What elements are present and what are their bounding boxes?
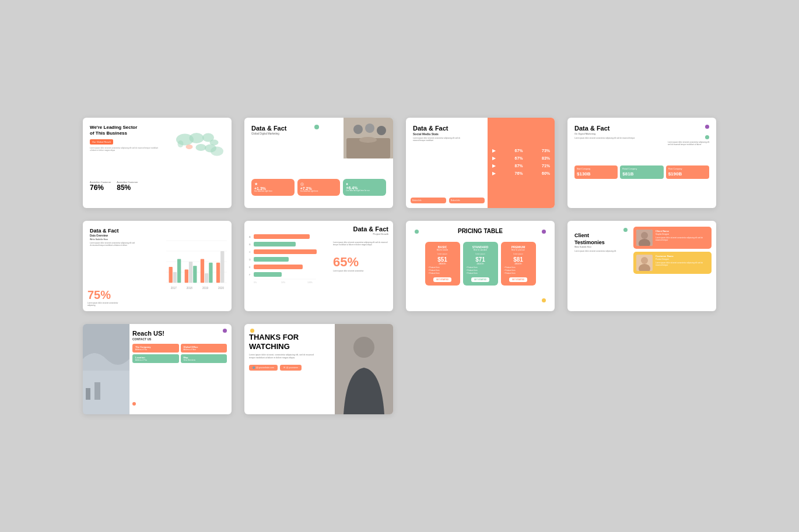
slide-4-price-cards: Start Company $130B Retail Company $81B … (574, 165, 709, 179)
stat-row-3: ▶ 87% 71% (492, 163, 550, 168)
social-handle: ✉ @ yourname (280, 365, 302, 371)
slide-4-title: Data & Fact (574, 125, 709, 132)
svg-rect-20 (169, 267, 173, 283)
slide-10-title: THANKS FORWATCHING (249, 333, 319, 351)
slide-client-testimonies: ClientTestimonies Write Subtitle Here Lo… (567, 221, 716, 311)
slide-6-title: Data & Fact (353, 226, 388, 232)
slides-grid: We're Leading Sector of This Business Ou… (59, 83, 740, 449)
plan-basic-btn[interactable]: GET STARTED (433, 277, 451, 282)
hbar-chart-svg: A B C D E F 0% 50% 100% (249, 230, 319, 311)
price-card-2: Retail Company $81B (620, 165, 663, 179)
slide-3-right-panel: ▶ 67% 73% ▶ 67% 83% ▶ 87% 71% ▶ 76% 60% (488, 118, 555, 208)
slide-5-percent: 75% (87, 288, 122, 302)
slide-8-text: Lorem ipsum dolor sit amet consectetur a… (574, 250, 621, 252)
bar-chart-svg: 2017 2018 2019 2020 0.75% 0.50% (166, 227, 227, 297)
slide-6-subtitle: Project Growth (353, 232, 388, 235)
slide-2-cards: ★ +1.3% Our data fact right here ◎ +7.2%… (251, 179, 386, 196)
slide-4-subtitle: On Digital Marketing (574, 132, 709, 135)
slide-10-photo (335, 324, 393, 414)
slide-6-percent: 65% (333, 255, 388, 270)
slide-2-photo (344, 118, 393, 158)
stat-1: Australian Customer 76% (90, 181, 111, 192)
svg-point-14 (359, 137, 377, 143)
bottom-card-1: Bottom Info (411, 198, 446, 203)
world-map-area (167, 126, 226, 161)
stat-val-1b: 73% (542, 149, 550, 153)
card-3-icon: ♦ (346, 182, 383, 186)
svg-rect-61 (94, 382, 100, 400)
svg-text:E: E (249, 266, 251, 269)
price-card-1: Start Company $130B (574, 165, 618, 179)
svg-rect-40 (254, 242, 296, 246)
stat-row-2: ▶ 67% 83% (492, 156, 550, 161)
testimony-1-photo (636, 230, 653, 246)
slide-8-subtitle: Write Subtitle Here (574, 246, 621, 248)
slide-9-photo (83, 324, 129, 414)
svg-rect-65 (335, 324, 393, 414)
stat-val-2b: 83% (542, 156, 550, 160)
slide-6-chart: A B C D E F 0% 50% 100% (244, 221, 320, 311)
slide-1-text: Lorem ipsum dolor sit amet consectetur a… (90, 147, 160, 152)
social-website: 🌐 @ yourwebsite.com (249, 365, 278, 371)
slide-1-tag: Our Global Reach (90, 139, 113, 145)
testimony-2-role: Product Designer (656, 258, 709, 260)
plan-premium-sub: Best for premium (504, 249, 532, 251)
slide-8-dot-green (623, 228, 628, 232)
slide-4-dot-purple (705, 125, 709, 129)
contact-4: Map View Directions (181, 354, 227, 363)
building-photo (83, 324, 129, 414)
svg-point-5 (196, 144, 206, 151)
testimony-1-name: Client Name (656, 230, 709, 232)
plan-premium-btn[interactable]: GET STARTED (509, 277, 527, 282)
slide-world-map: We're Leading Sector of This Business Ou… (83, 118, 232, 208)
stat-icon-1: ▶ (492, 148, 496, 153)
testimony-1-text: Client Name Graphic Designer Lorem ipsum… (656, 230, 709, 241)
svg-text:2020: 2020 (218, 287, 225, 290)
plan-basic-sub: Best for starter (429, 249, 457, 251)
slide-7-dot-green (415, 230, 419, 234)
svg-rect-23 (185, 270, 188, 283)
testimony-2-text: Customer Name Product Designer Lorem ips… (656, 255, 709, 266)
svg-rect-24 (189, 262, 192, 283)
plan-standard-sub: Best for standard (467, 249, 495, 251)
stat-row-1: ▶ 67% 73% (492, 148, 550, 153)
contact-3: Location Address of You (132, 354, 179, 363)
svg-rect-26 (201, 259, 204, 283)
slide-4-dot-green (705, 135, 709, 139)
slide-7-title: PRICING TABLE (413, 228, 548, 234)
stat-icon-3: ▶ (492, 163, 496, 168)
slide-10-dot-yellow (250, 329, 254, 333)
stat-icon-2: ▶ (492, 156, 496, 161)
slide-8-title: ClientTestimonies (574, 232, 621, 246)
svg-text:F: F (249, 273, 251, 276)
plan-standard-btn[interactable]: GET STARTED (471, 277, 489, 282)
slide-9-title: Reach US! (132, 330, 227, 337)
card-2-icon: ◎ (300, 182, 338, 186)
svg-point-10 (353, 125, 363, 134)
svg-text:50%: 50% (281, 281, 285, 284)
slide-7-plans: BASIC Best for starter lorem ipsum $51 /… (413, 237, 548, 286)
plan-basic-price: $51 (429, 256, 457, 263)
plan-basic: BASIC Best for starter lorem ipsum $51 /… (425, 242, 460, 286)
svg-text:A: A (249, 235, 251, 238)
person-watching-photo (335, 324, 393, 414)
handle-icon: ✉ (283, 367, 285, 369)
slide-5-text: Lorem ipsum dolor sit amet consectetur a… (90, 242, 136, 246)
testimony-2: Customer Name Product Designer Lorem ips… (633, 252, 712, 274)
slide-4-right-text: Lorem ipsum dolor sit amet consectetur a… (668, 141, 712, 146)
slide-5-bottom-text: Lorem ipsum dolor sit amet consectetur a… (87, 302, 122, 306)
svg-rect-38 (254, 234, 310, 239)
svg-rect-44 (254, 257, 289, 262)
svg-rect-25 (193, 266, 197, 283)
website-icon: 🌐 (253, 367, 255, 369)
stat-row-4: ▶ 76% 60% (492, 171, 550, 176)
slide-2-dot (314, 125, 319, 129)
svg-text:B: B (249, 243, 251, 246)
slide-3-text: Lorem ipsum dolor sit amet consectetur a… (413, 137, 465, 142)
slide-social-media-stats: Data & Fact Social Media Stats Lorem ips… (406, 118, 555, 208)
person-photo-2 (636, 255, 653, 271)
plan-standard-features: • Feature Item• Feature Item• Feature It… (467, 266, 495, 274)
svg-rect-29 (216, 263, 220, 283)
price-card-3: Float Company $190B (666, 165, 709, 179)
plan-basic-features: • Feature Item• Feature Item• Feature It… (429, 266, 457, 274)
